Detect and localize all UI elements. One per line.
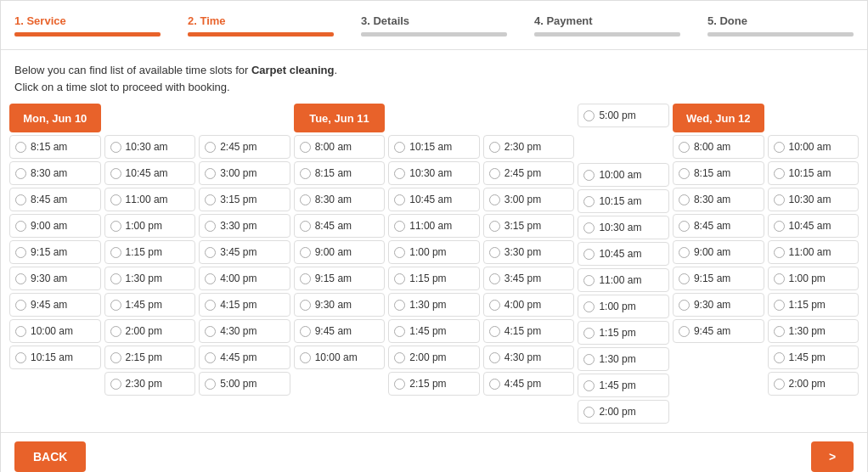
time-slot[interactable]: 1:45 pm xyxy=(104,293,196,317)
time-slot[interactable]: 10:30 am xyxy=(768,188,860,211)
time-slot[interactable]: 10:00 am xyxy=(294,346,386,369)
time-slot[interactable]: 1:30 pm xyxy=(768,319,860,343)
day-header-tue[interactable]: Tue, Jun 11 xyxy=(294,104,386,132)
time-slot[interactable]: 1:15 pm xyxy=(578,321,669,345)
time-slot[interactable]: 9:30 am xyxy=(673,293,764,317)
time-slot[interactable]: 1:15 pm xyxy=(104,240,196,264)
radio-icon xyxy=(679,221,690,232)
time-slot[interactable]: 1:45 pm xyxy=(578,374,669,397)
time-slot[interactable]: 2:00 pm xyxy=(768,372,860,396)
time-slot[interactable]: 10:30 am xyxy=(578,216,669,239)
time-slot[interactable]: 3:00 pm xyxy=(483,188,575,211)
time-slot[interactable]: 9:30 am xyxy=(294,293,386,317)
time-slot[interactable]: 3:15 pm xyxy=(483,214,575,238)
time-slot[interactable]: 2:45 pm xyxy=(199,135,290,159)
time-slot[interactable]: 10:00 am xyxy=(768,135,860,159)
time-slot[interactable]: 1:45 pm xyxy=(768,346,860,369)
step-done-label: 5. Done xyxy=(707,14,854,27)
time-slot[interactable]: 2:00 pm xyxy=(578,400,669,424)
time-slot[interactable]: 9:00 am xyxy=(9,214,101,238)
time-slot[interactable]: 11:00 am xyxy=(768,240,860,264)
time-slot[interactable]: 3:45 pm xyxy=(483,267,575,290)
time-slot[interactable]: 10:15 am xyxy=(578,189,669,213)
time-slot[interactable]: 10:15 am xyxy=(768,161,860,185)
time-slot[interactable]: 11:00 am xyxy=(578,268,669,292)
time-slot[interactable]: 9:45 am xyxy=(9,293,101,317)
step-service-bar xyxy=(14,32,161,37)
next-button[interactable]: > xyxy=(811,441,854,472)
time-slot[interactable]: 2:15 pm xyxy=(388,372,480,396)
time-slot-500[interactable]: 5:00 pm xyxy=(578,104,669,127)
day-header-mon[interactable]: Mon, Jun 10 xyxy=(9,104,101,132)
time-slot[interactable]: 10:45 am xyxy=(388,188,480,211)
time-slot[interactable]: 9:45 am xyxy=(294,319,386,343)
time-slot[interactable]: 11:00 am xyxy=(388,214,480,238)
time-slot[interactable]: 8:30 am xyxy=(9,161,101,185)
time-slot[interactable]: 8:30 am xyxy=(673,188,764,211)
time-slot[interactable]: 10:00 am xyxy=(9,319,101,343)
time-slot[interactable]: 1:30 pm xyxy=(388,293,480,317)
time-slot[interactable]: 10:00 am xyxy=(578,163,669,187)
time-slot[interactable]: 2:30 pm xyxy=(104,372,196,396)
time-slot[interactable]: 3:30 pm xyxy=(199,214,290,238)
radio-icon xyxy=(774,300,785,311)
time-slot[interactable]: 8:15 am xyxy=(9,135,101,159)
time-slot[interactable]: 10:15 am xyxy=(9,346,101,369)
time-slot[interactable]: 3:00 pm xyxy=(199,161,290,185)
radio-icon xyxy=(110,221,121,232)
radio-icon xyxy=(394,194,405,205)
time-slot[interactable]: 2:30 pm xyxy=(483,135,575,159)
time-slot[interactable]: 8:30 am xyxy=(294,188,386,211)
time-slot[interactable]: 1:00 pm xyxy=(768,267,860,290)
time-slot[interactable]: 1:30 pm xyxy=(578,347,669,371)
time-slot[interactable]: 3:15 pm xyxy=(199,188,290,211)
time-slot[interactable]: 9:00 am xyxy=(673,240,764,264)
time-slot[interactable]: 8:45 am xyxy=(673,214,764,238)
time-slot[interactable]: 4:30 pm xyxy=(483,346,575,369)
time-slot[interactable]: 4:15 pm xyxy=(199,293,290,317)
radio-icon xyxy=(205,221,216,232)
time-slot[interactable]: 2:00 pm xyxy=(104,319,196,343)
time-slot[interactable]: 1:15 pm xyxy=(768,293,860,317)
time-slot[interactable]: 1:00 pm xyxy=(104,214,196,238)
time-slot[interactable]: 8:15 am xyxy=(294,161,386,185)
time-slot[interactable]: 4:45 pm xyxy=(483,372,575,396)
time-slot[interactable]: 1:00 pm xyxy=(578,295,669,318)
time-slot[interactable]: 1:30 pm xyxy=(104,267,196,290)
time-slot[interactable]: 10:15 am xyxy=(388,135,480,159)
time-slot[interactable]: 9:15 am xyxy=(673,267,764,290)
time-slot[interactable]: 1:15 pm xyxy=(388,267,480,290)
time-slot[interactable]: 8:45 am xyxy=(294,214,386,238)
time-slot[interactable]: 10:30 am xyxy=(104,135,196,159)
desc-line1: Below you can find list of available tim… xyxy=(14,64,337,76)
time-slot[interactable]: 8:00 am xyxy=(294,135,386,159)
time-slot[interactable]: 4:00 pm xyxy=(199,267,290,290)
time-slot[interactable]: 11:00 am xyxy=(104,188,196,211)
time-slot[interactable]: 8:45 am xyxy=(9,188,101,211)
time-slot[interactable]: 4:00 pm xyxy=(483,293,575,317)
time-slot[interactable]: 9:30 am xyxy=(9,267,101,290)
time-slot[interactable]: 10:45 am xyxy=(104,161,196,185)
time-slot[interactable]: 9:15 am xyxy=(9,240,101,264)
time-slot[interactable]: 9:45 am xyxy=(673,319,764,343)
time-slot[interactable]: 1:00 pm xyxy=(388,240,480,264)
time-slot[interactable]: 3:45 pm xyxy=(199,240,290,264)
time-slot[interactable]: 4:30 pm xyxy=(199,319,290,343)
time-slot[interactable]: 3:30 pm xyxy=(483,240,575,264)
day-header-wed[interactable]: Wed, Jun 12 xyxy=(673,104,764,132)
time-slot[interactable]: 1:45 pm xyxy=(388,319,480,343)
time-slot[interactable]: 10:30 am xyxy=(388,161,480,185)
time-slot[interactable]: 4:45 pm xyxy=(199,346,290,369)
time-slot[interactable]: 2:15 pm xyxy=(104,346,196,369)
time-slot[interactable]: 2:45 pm xyxy=(483,161,575,185)
time-slot[interactable]: 9:15 am xyxy=(294,267,386,290)
time-slot[interactable]: 8:00 am xyxy=(673,135,764,159)
time-slot[interactable]: 10:45 am xyxy=(768,214,860,238)
time-slot[interactable]: 2:00 pm xyxy=(388,346,480,369)
time-slot[interactable]: 8:15 am xyxy=(673,161,764,185)
time-slot[interactable]: 10:45 am xyxy=(578,242,669,266)
back-button[interactable]: BACK xyxy=(14,441,86,472)
time-slot[interactable]: 5:00 pm xyxy=(199,372,290,396)
time-slot[interactable]: 9:00 am xyxy=(294,240,386,264)
time-slot[interactable]: 4:15 pm xyxy=(483,319,575,343)
